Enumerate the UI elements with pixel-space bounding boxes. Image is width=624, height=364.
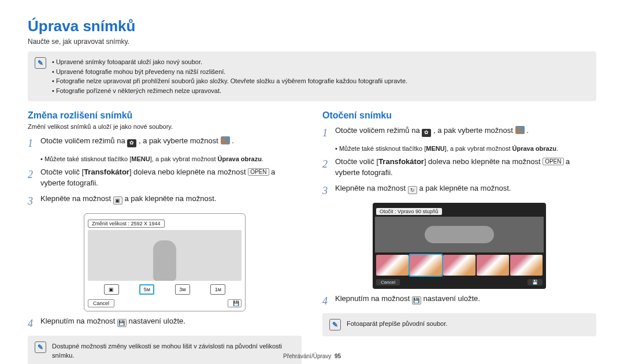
option-icon [515, 126, 525, 134]
step-1-note: Můžete také stisknout tlačítko [MENU], a… [335, 145, 596, 152]
step-number: 1 [28, 136, 40, 151]
step-text: Klepněte na možnost [335, 184, 408, 192]
mode-dial-icon: ✿ [127, 139, 136, 147]
step-number: 2 [28, 167, 40, 189]
top-note-box: ✎ Upravené snímky fotoaparát uloží jako … [28, 51, 596, 101]
step-1-note: Můžete také stisknout tlačítko [MENU], a… [40, 155, 302, 162]
rotate-icon: ↻ [408, 186, 417, 194]
size-option[interactable]: 1м [210, 284, 225, 295]
page-title: Úprava snímků [28, 17, 596, 35]
step-4: 4 Klepnutím na možnost 💾 nastavení uložt… [28, 316, 302, 331]
step-text: . [526, 126, 529, 135]
step-text: nastavení uložte. [424, 294, 480, 303]
top-note-item: Fotografie pořízené v některých režimech… [52, 86, 407, 96]
transfokator-label: Transfokátor [378, 157, 424, 166]
frame-canvas [88, 230, 242, 281]
cancel-button[interactable]: Cancel [376, 279, 400, 285]
step-text: Klepněte na možnost [40, 194, 113, 203]
note-icon: ✎ [35, 57, 46, 69]
step-number: 4 [28, 316, 40, 331]
section-subtitle: Změní velikost snímků a uloží je jako no… [28, 123, 302, 130]
top-note-item: Upravené snímky fotoaparát uloží jako no… [52, 57, 407, 67]
page-number: 95 [335, 353, 341, 359]
page-footer: Přehrávání/Úpravy 95 [0, 353, 624, 359]
page-subtitle: Naučte se, jak upravovat snímky. [28, 38, 596, 46]
open-button-icon: OPEN [543, 158, 563, 165]
top-note-item: Upravené fotografie mohou být převedeny … [52, 67, 407, 77]
step-number: 3 [322, 183, 335, 198]
step-text: . [232, 136, 234, 145]
step-3: 3 Klepněte na možnost ▣ a pak klepněte n… [28, 194, 302, 209]
section-rotate: Otočení snímku 1 Otočte voličem režimů n… [322, 110, 596, 364]
body-silhouette [425, 226, 494, 243]
save-icon[interactable]: 💾 [228, 299, 242, 307]
step-4: 4 Klepnutím na možnost 💾 nastavení uložt… [322, 294, 596, 309]
note-text: Fotoaparát přepíše původní soubor. [347, 319, 447, 329]
step-2: 2 Otočte volič [Transfokátor] doleva neb… [322, 157, 596, 179]
step-number: 3 [28, 194, 40, 209]
frame-toolbar: ▣ 5м 3м 1м [88, 281, 242, 296]
person-silhouette [153, 240, 176, 281]
step-text: , a pak vyberte možnost [433, 126, 515, 135]
step-number: 2 [322, 157, 335, 179]
step-1: 1 Otočte voličem režimů na ✿ , a pak vyb… [28, 136, 302, 151]
thumbnail[interactable] [477, 255, 509, 276]
step-text: , a pak vyberte možnost [139, 136, 221, 145]
note-icon: ✎ [329, 319, 341, 330]
thumbnail[interactable] [376, 255, 408, 276]
step-text: Klepnutím na možnost [40, 317, 117, 325]
size-option-selected[interactable]: 5м [139, 284, 154, 295]
step-number: 4 [322, 294, 335, 309]
step-2: 2 Otočte volič [Transfokátor] doleva neb… [28, 167, 302, 189]
option-icon [221, 136, 230, 144]
step-text: Otočte volič [ [40, 168, 84, 176]
step-text: Otočte voličem režimů na [335, 126, 422, 135]
section-heading: Změna rozlišení snímků [28, 110, 302, 121]
frame-label: Otočit : Vpravo 90 stupňů [376, 208, 442, 215]
rotate-preview-frame: Otočit : Vpravo 90 stupňů Cancel 💾 [373, 203, 546, 289]
thumbnail-selected[interactable] [410, 255, 442, 276]
size-option[interactable]: 3м [175, 284, 190, 295]
step-text: a pak klepněte na možnost. [419, 184, 511, 192]
bottom-note-right: ✎ Fotoaparát přepíše původní soubor. [322, 313, 596, 336]
thumbnail-strip [375, 252, 544, 278]
step-text: Klepnutím na možnost [335, 294, 412, 303]
step-text: Otočte voličem režimů na [40, 136, 127, 145]
step-text: ] doleva nebo klepněte na možnost [424, 157, 543, 166]
frame-canvas [375, 217, 544, 252]
resize-preview-frame: Změnit velikost : 2592 X 1944 ▣ 5м 3м 1м… [84, 213, 246, 311]
note-icon: ✎ [35, 341, 46, 353]
mode-dial-icon: ✿ [422, 129, 431, 137]
resize-icon: ▣ [113, 196, 122, 205]
thumbnail[interactable] [443, 255, 476, 276]
step-number: 1 [322, 125, 335, 140]
step-1: 1 Otočte voličem režimů na ✿ , a pak vyb… [322, 125, 596, 140]
save-icon: 💾 [412, 296, 421, 304]
thumbnail[interactable] [510, 255, 543, 276]
top-note-item: Fotografie nelze upravovat při prohlížen… [52, 76, 407, 86]
step-text: a pak klepněte na možnost. [124, 194, 216, 203]
open-button-icon: OPEN [248, 168, 269, 176]
step-text: Otočte volič [ [335, 157, 378, 166]
section-heading: Otočení snímku [322, 110, 596, 121]
step-3: 3 Klepněte na možnost ↻ a pak klepněte n… [322, 183, 596, 198]
section-resize: Změna rozlišení snímků Změní velikost sn… [28, 110, 302, 364]
transfokator-label: Transfokátor [84, 168, 129, 176]
cancel-button[interactable]: Cancel [88, 299, 114, 307]
step-text: nastavení uložte. [129, 317, 185, 325]
top-note-list: Upravené snímky fotoaparát uloží jako no… [52, 57, 407, 95]
save-icon: 💾 [117, 319, 127, 327]
bottom-note-left: ✎ Dostupné možnosti změny velikosti se m… [28, 336, 302, 364]
size-option[interactable]: ▣ [104, 284, 119, 295]
frame-label: Změnit velikost : 2592 X 1944 [88, 220, 165, 228]
footer-section: Přehrávání/Úpravy [283, 353, 331, 359]
save-icon[interactable]: 💾 [528, 279, 543, 285]
step-text: ] doleva nebo klepněte na možnost [129, 168, 248, 176]
